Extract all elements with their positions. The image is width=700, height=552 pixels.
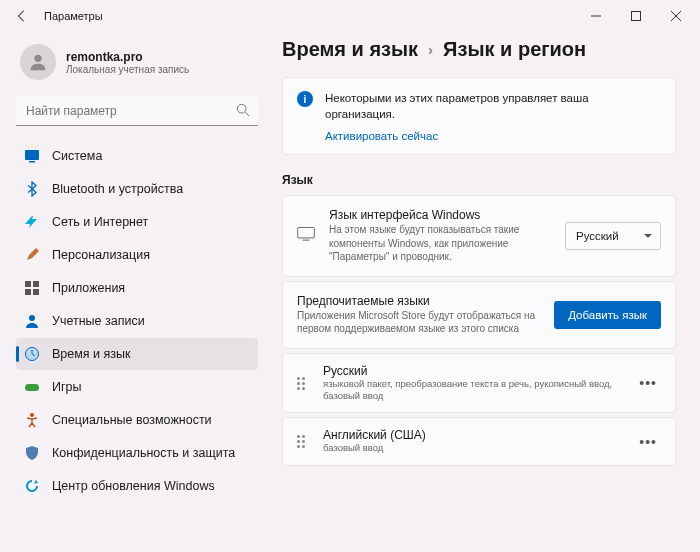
windows-language-card[interactable]: Язык интерфейса Windows На этом языке бу… [282, 195, 676, 277]
info-icon: i [297, 91, 313, 107]
clock-icon [24, 346, 40, 362]
nav-item-clock[interactable]: Время и язык [16, 338, 258, 370]
update-icon [24, 478, 40, 494]
svg-rect-15 [298, 228, 315, 239]
language-dropdown[interactable]: Русский [565, 222, 661, 250]
nav-item-update[interactable]: Центр обновления Windows [16, 470, 258, 502]
svg-line-4 [245, 112, 249, 116]
minimize-button[interactable] [576, 0, 616, 32]
svg-rect-9 [25, 289, 31, 295]
svg-point-3 [237, 104, 246, 113]
wifi-icon [24, 214, 40, 230]
titlebar: Параметры [0, 0, 700, 32]
language-item[interactable]: Английский (США)базовый ввод••• [282, 417, 676, 465]
window-title: Параметры [40, 10, 103, 22]
search-icon [236, 103, 250, 120]
accessibility-icon [24, 412, 40, 428]
winlang-desc: На этом языке будут показываться такие к… [329, 223, 551, 264]
svg-rect-6 [29, 161, 35, 163]
info-banner: i Некоторыми из этих параметров управляе… [282, 77, 676, 155]
nav-label: Специальные возможности [52, 413, 212, 427]
nav-label: Bluetooth и устройства [52, 182, 183, 196]
system-icon [24, 148, 40, 164]
drag-handle-icon[interactable] [297, 435, 309, 448]
user-panel[interactable]: remontka.pro Локальная учетная запись [16, 36, 258, 94]
nav-item-accessibility[interactable]: Специальные возможности [16, 404, 258, 436]
lang-features: языковой пакет, преобразование текста в … [323, 378, 621, 403]
nav-item-apps[interactable]: Приложения [16, 272, 258, 304]
section-language: Язык [282, 173, 676, 187]
lang-name: Английский (США) [323, 428, 621, 442]
nav-label: Приложения [52, 281, 125, 295]
nav-item-bluetooth[interactable]: Bluetooth и устройства [16, 173, 258, 205]
page-title: Язык и регион [443, 38, 586, 61]
nav-label: Время и язык [52, 347, 131, 361]
brush-icon [24, 247, 40, 263]
svg-rect-13 [25, 384, 39, 391]
add-language-button[interactable]: Добавить язык [554, 301, 661, 329]
svg-rect-10 [33, 289, 39, 295]
nav-item-brush[interactable]: Персонализация [16, 239, 258, 271]
user-name: remontka.pro [66, 50, 189, 64]
nav-label: Персонализация [52, 248, 150, 262]
svg-rect-7 [25, 281, 31, 287]
svg-point-14 [30, 413, 34, 417]
window-controls [576, 0, 696, 32]
svg-point-2 [34, 55, 41, 62]
search-box[interactable] [16, 96, 258, 126]
pref-desc: Приложения Microsoft Store будут отображ… [297, 309, 540, 336]
drag-handle-icon[interactable] [297, 377, 309, 390]
nav-item-shield[interactable]: Конфиденциальность и защита [16, 437, 258, 469]
search-input[interactable] [16, 96, 258, 126]
svg-point-11 [29, 315, 35, 321]
preferred-languages-card: Предпочитаемые языки Приложения Microsof… [282, 281, 676, 349]
nav-label: Конфиденциальность и защита [52, 446, 235, 460]
avatar [20, 44, 56, 80]
display-icon [297, 227, 315, 244]
nav-label: Центр обновления Windows [52, 479, 215, 493]
svg-rect-8 [33, 281, 39, 287]
bluetooth-icon [24, 181, 40, 197]
game-icon [24, 379, 40, 395]
winlang-title: Язык интерфейса Windows [329, 208, 551, 222]
sidebar: remontka.pro Локальная учетная запись Си… [0, 32, 270, 552]
nav-item-game[interactable]: Игры [16, 371, 258, 403]
close-button[interactable] [656, 0, 696, 32]
language-item[interactable]: Русскийязыковой пакет, преобразование те… [282, 353, 676, 414]
nav-label: Сеть и Интернет [52, 215, 148, 229]
lang-features: базовый ввод [323, 442, 621, 454]
nav-item-wifi[interactable]: Сеть и Интернет [16, 206, 258, 238]
user-account: Локальная учетная запись [66, 64, 189, 75]
svg-rect-5 [25, 150, 39, 160]
nav: СистемаBluetooth и устройстваСеть и Инте… [16, 140, 258, 502]
svg-rect-1 [632, 12, 641, 21]
shield-icon [24, 445, 40, 461]
crumb-parent[interactable]: Время и язык [282, 38, 418, 61]
info-text: Некоторыми из этих параметров управляет … [325, 90, 661, 122]
chevron-right-icon: › [428, 41, 433, 58]
maximize-button[interactable] [616, 0, 656, 32]
more-button[interactable]: ••• [635, 371, 661, 395]
lang-name: Русский [323, 364, 621, 378]
nav-label: Система [52, 149, 102, 163]
activate-link[interactable]: Активировать сейчас [325, 130, 661, 142]
more-button[interactable]: ••• [635, 430, 661, 454]
apps-icon [24, 280, 40, 296]
nav-label: Игры [52, 380, 81, 394]
main: Время и язык › Язык и регион i Некоторым… [270, 32, 700, 552]
nav-item-account[interactable]: Учетные записи [16, 305, 258, 337]
breadcrumb: Время и язык › Язык и регион [282, 38, 676, 61]
nav-label: Учетные записи [52, 314, 145, 328]
nav-item-system[interactable]: Система [16, 140, 258, 172]
account-icon [24, 313, 40, 329]
pref-title: Предпочитаемые языки [297, 294, 540, 308]
back-button[interactable] [4, 0, 40, 32]
